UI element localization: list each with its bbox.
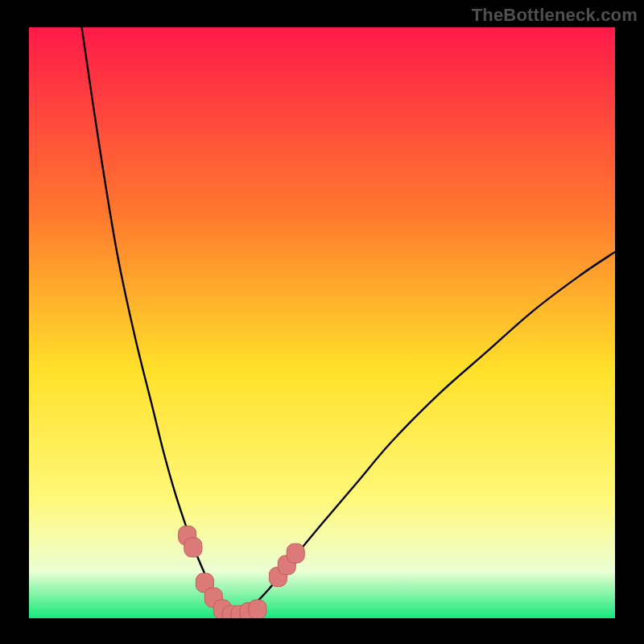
marker-point <box>287 543 304 563</box>
gradient-background <box>29 27 615 618</box>
plot-area <box>29 27 615 618</box>
marker-point <box>184 538 202 557</box>
watermark-text: TheBottleneck.com <box>472 5 638 26</box>
chart-svg <box>29 27 615 618</box>
outer-frame: TheBottleneck.com <box>0 0 644 644</box>
marker-point <box>249 600 266 618</box>
